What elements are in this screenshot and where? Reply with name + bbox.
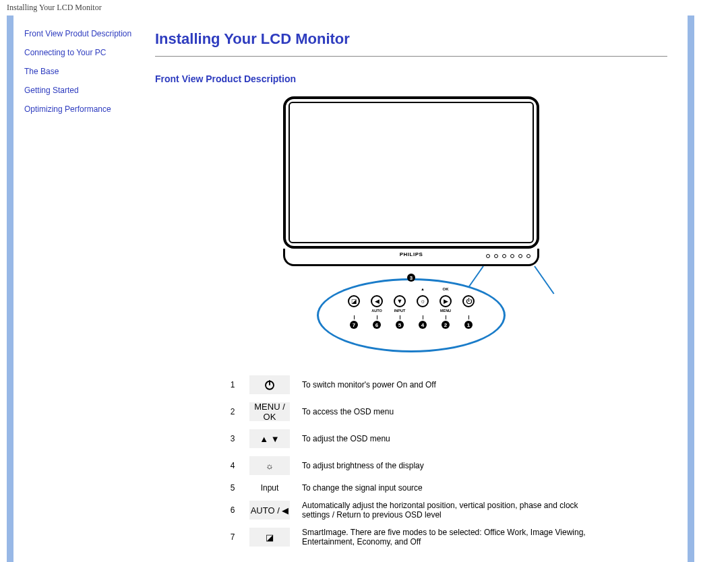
button-circle-icon: ▶ bbox=[439, 295, 452, 307]
legend-index: 5 bbox=[222, 479, 243, 497]
callout-num: 1 bbox=[464, 321, 473, 329]
tick-icon bbox=[468, 315, 469, 319]
section-title: Front View Product Description bbox=[155, 73, 667, 84]
button-sub-label: INPUT bbox=[394, 309, 406, 314]
callout-num: 2 bbox=[442, 321, 450, 329]
button-sub-label: AUTO bbox=[371, 309, 382, 314]
divider bbox=[155, 56, 667, 57]
legend-desc: To adjust brightness of the display bbox=[297, 452, 600, 479]
button-sub-label: MENU bbox=[440, 309, 451, 314]
button-top-label: ▲ bbox=[421, 287, 425, 291]
panel-button: ▼INPUT5 bbox=[394, 295, 406, 329]
legend-icon-cell: AUTO / ◀ bbox=[243, 497, 297, 524]
brand-logo: PHILIPS bbox=[400, 251, 423, 257]
legend-desc: Automatically adjust the horizontal posi… bbox=[297, 497, 600, 524]
legend-index: 1 bbox=[222, 371, 243, 398]
panel-button: ◀AUTO6 bbox=[371, 295, 383, 329]
button-circle-icon: ▼ bbox=[394, 295, 406, 307]
button-panel: 3 ◪7◀AUTO6▼INPUT5▲☼4OK▶MENU2⏻1 bbox=[317, 278, 506, 352]
legend-index: 7 bbox=[222, 524, 243, 551]
legend-index: 4 bbox=[222, 452, 243, 479]
callout-num: 7 bbox=[350, 321, 358, 329]
legend-desc: To adjust the OSD menu bbox=[297, 425, 600, 452]
legend-icon-cell: ☼ bbox=[243, 452, 297, 479]
table-row: 4☼To adjust brightness of the display bbox=[222, 452, 600, 479]
sidebar-item-base[interactable]: The Base bbox=[24, 67, 140, 76]
callout-num: 5 bbox=[396, 321, 404, 329]
legend-icon-cell: MENU / OK bbox=[243, 398, 297, 425]
tick-icon bbox=[354, 315, 355, 319]
panel-button: ▲☼4 bbox=[417, 295, 429, 329]
button-circle-icon: ⏻ bbox=[462, 295, 475, 307]
legend-desc: To access the OSD menu bbox=[297, 398, 600, 425]
sidebar-item-getting-started[interactable]: Getting Started bbox=[24, 86, 140, 95]
legend-index: 6 bbox=[222, 497, 243, 524]
legend-icon-cell: ▲ ▼ bbox=[243, 425, 297, 452]
table-row: 7◪SmartImage. There are five modes to be… bbox=[222, 524, 600, 551]
monitor-screen bbox=[289, 102, 534, 243]
legend-icon: ☼ bbox=[249, 456, 290, 475]
legend-icon: MENU / OK bbox=[249, 402, 290, 421]
legend-table: 1To switch monitor's power On and Off2ME… bbox=[222, 371, 600, 551]
monitor-chin: PHILIPS bbox=[283, 249, 539, 266]
legend-icon: AUTO / ◀ bbox=[249, 501, 290, 520]
callout-num-3: 3 bbox=[407, 274, 415, 282]
panel-button: ⏻1 bbox=[462, 295, 475, 329]
table-row: 5InputTo change the signal input source bbox=[222, 479, 600, 497]
legend-icon: ◪ bbox=[249, 528, 290, 547]
monitor-diagram: PHILIPS 3 ◪7◀AUTO6▼INPUT5▲☼4OK▶MENU2⏻1 bbox=[243, 96, 580, 352]
legend-icon-cell: Input bbox=[243, 479, 297, 497]
callout-num: 6 bbox=[373, 321, 381, 329]
tick-icon bbox=[423, 315, 423, 319]
button-circle-icon: ☼ bbox=[417, 295, 429, 307]
legend-index: 3 bbox=[222, 425, 243, 452]
legend-icon-cell: ◪ bbox=[243, 524, 297, 551]
tick-icon bbox=[400, 315, 400, 319]
legend-index: 2 bbox=[222, 398, 243, 425]
button-top-label: OK bbox=[443, 287, 449, 291]
panel-button: OK▶MENU2 bbox=[439, 295, 452, 329]
table-row: 2MENU / OKTo access the OSD menu bbox=[222, 398, 600, 425]
page-container: Front View Produt Description Connecting… bbox=[7, 15, 694, 562]
tick-icon bbox=[446, 315, 446, 319]
monitor-bezel bbox=[283, 96, 539, 249]
sidebar-item-optimizing[interactable]: Optimizing Performance bbox=[24, 104, 140, 114]
page-title: Installing Your LCD Monitor bbox=[155, 30, 667, 48]
legend-desc: To change the signal input source bbox=[297, 479, 600, 497]
legend-icon-cell bbox=[243, 371, 297, 398]
tick-icon bbox=[377, 315, 377, 319]
table-row: 3▲ ▼To adjust the OSD menu bbox=[222, 425, 600, 452]
panel-button: ◪7 bbox=[348, 295, 360, 329]
button-circle-icon: ◪ bbox=[348, 295, 360, 307]
table-row: 1To switch monitor's power On and Off bbox=[222, 371, 600, 398]
front-button-dots bbox=[486, 254, 530, 258]
callout-num: 4 bbox=[419, 321, 427, 329]
sidebar-nav: Front View Produt Description Connecting… bbox=[13, 15, 148, 562]
browser-title: Installing Your LCD Monitor bbox=[0, 0, 728, 15]
button-circle-icon: ◀ bbox=[371, 295, 383, 307]
legend-desc: To switch monitor's power On and Off bbox=[297, 371, 600, 398]
power-icon bbox=[249, 375, 290, 394]
table-row: 6AUTO / ◀Automatically adjust the horizo… bbox=[222, 497, 600, 524]
sidebar-item-connecting[interactable]: Connecting to Your PC bbox=[24, 48, 140, 57]
sidebar-item-front-view[interactable]: Front View Produt Description bbox=[24, 29, 140, 38]
content-area: Installing Your LCD Monitor Front View P… bbox=[148, 15, 688, 562]
legend-desc: SmartImage. There are five modes to be s… bbox=[297, 524, 600, 551]
legend-icon: ▲ ▼ bbox=[249, 429, 290, 448]
